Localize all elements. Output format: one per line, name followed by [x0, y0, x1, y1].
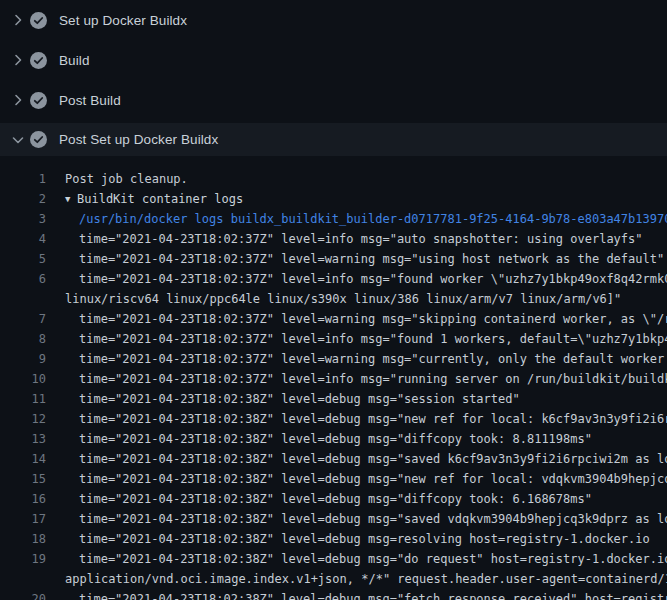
log-text-content: time="2021-04-23T18:02:37Z" level=warnin… [79, 309, 667, 329]
check-circle-icon [30, 131, 47, 148]
log-text: time="2021-04-23T18:02:38Z" level=debug … [46, 389, 520, 409]
log-line-continuation: application/vnd.oci.image.index.v1+json,… [0, 569, 667, 589]
triangle-down-icon[interactable]: ▼ [65, 189, 77, 209]
log-group-title: ▼BuildKit container logs [46, 189, 243, 209]
log-text-content: application/vnd.oci.image.index.v1+json,… [65, 569, 667, 589]
log-text-content: time="2021-04-23T18:02:38Z" level=debug … [79, 549, 667, 569]
log-text: linux/riscv64 linux/ppc64le linux/s390x … [46, 289, 621, 309]
line-number[interactable]: 9 [0, 349, 46, 369]
line-number[interactable]: 2 [0, 189, 46, 209]
log-text: time="2021-04-23T18:02:38Z" level=debug … [46, 449, 667, 469]
step-label: Post Build [59, 93, 121, 108]
log-line: 1Post job cleanup. [0, 169, 667, 189]
line-number [0, 569, 46, 589]
log-line: 4time="2021-04-23T18:02:37Z" level=info … [0, 229, 667, 249]
line-number[interactable]: 4 [0, 229, 46, 249]
check-circle-icon [30, 12, 47, 29]
log-text-content: time="2021-04-23T18:02:38Z" level=debug … [79, 429, 592, 449]
step-header-set-up-docker-buildx[interactable]: Set up Docker Buildx [0, 0, 667, 40]
line-number[interactable]: 17 [0, 509, 46, 529]
chevron-right-icon [10, 92, 26, 108]
steps-list: Set up Docker BuildxBuildPost BuildPost … [0, 0, 667, 156]
line-number[interactable]: 3 [0, 209, 46, 229]
line-number[interactable]: 12 [0, 409, 46, 429]
log-text: time="2021-04-23T18:02:38Z" level=debug … [46, 429, 592, 449]
log-line: 13time="2021-04-23T18:02:38Z" level=debu… [0, 429, 667, 449]
line-number[interactable]: 1 [0, 169, 46, 189]
chevron-down-icon [10, 132, 26, 148]
step-label: Build [59, 53, 90, 68]
line-number[interactable]: 18 [0, 529, 46, 549]
log-line: 12time="2021-04-23T18:02:38Z" level=debu… [0, 409, 667, 429]
log-text-content: /usr/bin/docker logs buildx_buildkit_bui… [79, 209, 667, 229]
log-line-continuation: linux/riscv64 linux/ppc64le linux/s390x … [0, 289, 667, 309]
log-text: application/vnd.oci.image.index.v1+json,… [46, 569, 667, 589]
log-text: time="2021-04-23T18:02:37Z" level=info m… [46, 329, 667, 349]
step-header-build[interactable]: Build [0, 40, 667, 80]
line-number[interactable]: 15 [0, 469, 46, 489]
line-number[interactable]: 5 [0, 249, 46, 269]
line-number[interactable]: 16 [0, 489, 46, 509]
log-line: 16time="2021-04-23T18:02:38Z" level=debu… [0, 489, 667, 509]
step-label: Set up Docker Buildx [59, 13, 187, 28]
log-text: time="2021-04-23T18:02:38Z" level=debug … [46, 529, 650, 549]
log-line: 11time="2021-04-23T18:02:38Z" level=debu… [0, 389, 667, 409]
log-text-content: time="2021-04-23T18:02:38Z" level=debug … [79, 469, 667, 489]
log-text-content: time="2021-04-23T18:02:38Z" level=debug … [79, 409, 667, 429]
log-line: 3/usr/bin/docker logs buildx_buildkit_bu… [0, 209, 667, 229]
log-text-content: time="2021-04-23T18:02:37Z" level=info m… [79, 329, 667, 349]
log-line: 15time="2021-04-23T18:02:38Z" level=debu… [0, 469, 667, 489]
log-text-content: linux/riscv64 linux/ppc64le linux/s390x … [65, 289, 621, 309]
line-number[interactable]: 11 [0, 389, 46, 409]
log-line: 18time="2021-04-23T18:02:38Z" level=debu… [0, 529, 667, 549]
log-text: time="2021-04-23T18:02:38Z" level=debug … [46, 409, 667, 429]
actions-log-viewer: Set up Docker BuildxBuildPost BuildPost … [0, 0, 667, 600]
log-text-content: time="2021-04-23T18:02:38Z" level=debug … [79, 529, 650, 549]
line-number[interactable]: 20 [0, 589, 46, 600]
step-header-post-build[interactable]: Post Build [0, 80, 667, 120]
log-text-content: time="2021-04-23T18:02:38Z" level=debug … [79, 489, 592, 509]
log-text-content: time="2021-04-23T18:02:37Z" level=warnin… [79, 249, 664, 269]
log-line: 20time="2021-04-23T18:02:38Z" level=debu… [0, 589, 667, 600]
log-text: time="2021-04-23T18:02:37Z" level=info m… [46, 269, 667, 289]
log-text-content: time="2021-04-23T18:02:37Z" level=info m… [79, 229, 643, 249]
log-text: time="2021-04-23T18:02:37Z" level=warnin… [46, 249, 664, 269]
log-line: 2▼BuildKit container logs [0, 189, 667, 209]
log-text: time="2021-04-23T18:02:37Z" level=warnin… [46, 349, 667, 369]
line-number[interactable]: 8 [0, 329, 46, 349]
line-number[interactable]: 14 [0, 449, 46, 469]
log-line: 5time="2021-04-23T18:02:37Z" level=warni… [0, 249, 667, 269]
log-text-content: Post job cleanup. [65, 169, 188, 189]
check-circle-icon [30, 92, 47, 109]
log-text: time="2021-04-23T18:02:38Z" level=debug … [46, 549, 667, 569]
log-line: 7time="2021-04-23T18:02:37Z" level=warni… [0, 309, 667, 329]
line-number[interactable]: 10 [0, 369, 46, 389]
log-line: 10time="2021-04-23T18:02:37Z" level=info… [0, 369, 667, 389]
step-header-post-set-up-docker-buildx[interactable]: Post Set up Docker Buildx [0, 123, 667, 156]
line-number[interactable]: 19 [0, 549, 46, 569]
log-command-text: /usr/bin/docker logs buildx_buildkit_bui… [46, 209, 667, 229]
line-number[interactable]: 13 [0, 429, 46, 449]
log-text-content: time="2021-04-23T18:02:38Z" level=debug … [79, 449, 667, 469]
log-text: time="2021-04-23T18:02:37Z" level=info m… [46, 229, 643, 249]
log-text-content: time="2021-04-23T18:02:38Z" level=debug … [79, 389, 520, 409]
chevron-right-icon [10, 12, 26, 28]
check-circle-icon [30, 52, 47, 69]
log-line: 9time="2021-04-23T18:02:37Z" level=warni… [0, 349, 667, 369]
line-number [0, 289, 46, 309]
line-number[interactable]: 7 [0, 309, 46, 329]
log-text: time="2021-04-23T18:02:37Z" level=warnin… [46, 309, 667, 329]
log-line: 14time="2021-04-23T18:02:38Z" level=debu… [0, 449, 667, 469]
log-text-content: time="2021-04-23T18:02:38Z" level=debug … [79, 589, 667, 600]
log-line: 19time="2021-04-23T18:02:38Z" level=debu… [0, 549, 667, 569]
log-text: time="2021-04-23T18:02:38Z" level=debug … [46, 489, 592, 509]
log-line: 17time="2021-04-23T18:02:38Z" level=debu… [0, 509, 667, 529]
log-area: 1Post job cleanup.2▼BuildKit container l… [0, 156, 667, 600]
log-text-content: time="2021-04-23T18:02:37Z" level=info m… [79, 369, 667, 389]
log-line: 6time="2021-04-23T18:02:37Z" level=info … [0, 269, 667, 289]
log-text: time="2021-04-23T18:02:38Z" level=debug … [46, 469, 667, 489]
line-number[interactable]: 6 [0, 269, 46, 289]
log-text: time="2021-04-23T18:02:37Z" level=info m… [46, 369, 667, 389]
log-text: time="2021-04-23T18:02:38Z" level=debug … [46, 509, 667, 529]
log-text: time="2021-04-23T18:02:38Z" level=debug … [46, 589, 667, 600]
